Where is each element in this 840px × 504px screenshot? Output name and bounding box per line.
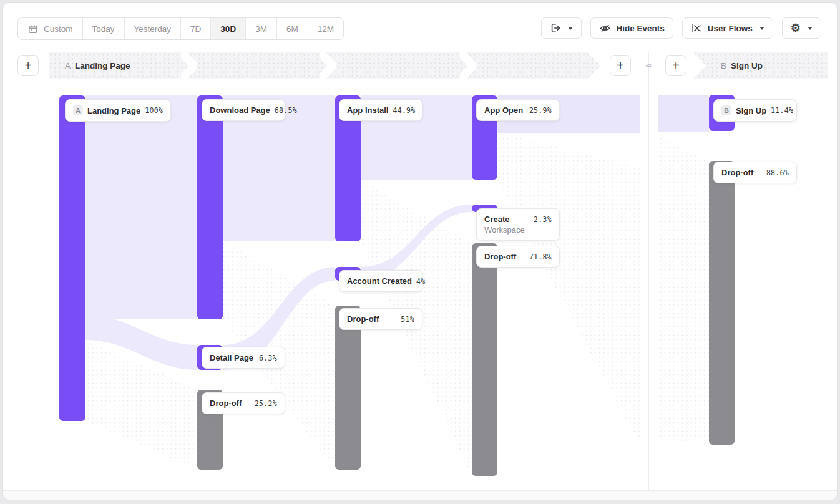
gear-icon: ⚙ — [791, 22, 801, 34]
flow-letter-a: A — [65, 61, 71, 70]
flow-letter-b: B — [721, 61, 726, 70]
add-step-button-a[interactable]: + — [17, 55, 39, 76]
chevron-down-icon — [808, 27, 813, 30]
range-3m[interactable]: 3M — [246, 18, 277, 39]
node-bar-dropoff-step4[interactable] — [472, 243, 497, 476]
node-label-app-open[interactable]: App Open 25.9% — [476, 99, 560, 121]
flow-connector-approx: ≈ — [640, 55, 657, 76]
node-label-detail-page[interactable]: Detail Page 6.3% — [202, 347, 285, 369]
calendar-icon — [27, 24, 38, 34]
range-today[interactable]: Today — [83, 18, 125, 39]
flow-a-step-band[interactable]: A Landing Page — [49, 52, 600, 79]
view-selector-label: User Flows — [708, 24, 753, 33]
range-12m[interactable]: 12M — [308, 18, 343, 39]
flow-sign-up-in[interactable] — [658, 95, 709, 132]
flow-a-start-label: A Landing Page — [65, 61, 130, 70]
range-30d[interactable]: 30D — [211, 18, 246, 39]
range-custom[interactable]: Custom — [18, 18, 83, 39]
node-bar-download-page[interactable] — [197, 95, 223, 319]
range-6m[interactable]: 6M — [277, 18, 308, 39]
export-icon — [550, 22, 561, 34]
dropoff-flow-app-open — [497, 133, 640, 445]
step-separator-chevron — [181, 52, 197, 79]
node-label-dropoff-step3[interactable]: Drop-off 51% — [339, 308, 422, 330]
settings-button[interactable]: ⚙ — [782, 17, 821, 39]
step-separator-chevron — [460, 52, 476, 79]
node-bar-landing-page[interactable] — [59, 95, 85, 421]
flows-chart-icon — [691, 22, 702, 34]
step-separator-chevron — [320, 52, 336, 79]
report-actions: Hide Events User Flows ⚙ — [541, 17, 821, 39]
node-label-landing-page[interactable]: A Landing Page 100% — [65, 99, 171, 122]
add-step-button-a-end[interactable]: + — [610, 55, 631, 76]
flow-badge-b: B — [721, 105, 731, 115]
range-label: Custom — [44, 24, 73, 34]
range-7d[interactable]: 7D — [181, 18, 211, 39]
node-bar-dropoff-sign-up[interactable] — [709, 161, 735, 445]
date-range-control: Custom Today Yesterday 7D 30D 3M 6M 12M — [17, 17, 344, 40]
range-yesterday[interactable]: Yesterday — [125, 18, 182, 39]
dropoff-flow-sign-up — [658, 137, 709, 445]
chevron-down-icon — [759, 27, 764, 30]
user-flows-page: Custom Today Yesterday 7D 30D 3M 6M 12M … — [0, 0, 840, 504]
hide-events-button[interactable]: Hide Events — [590, 17, 673, 39]
node-label-download-page[interactable]: Download Page 68.5% — [202, 99, 285, 121]
node-label-dropoff-sign-up[interactable]: Drop-off 88.6% — [713, 162, 797, 183]
view-selector-button[interactable]: User Flows — [682, 17, 773, 39]
chevron-down-icon — [568, 27, 573, 30]
node-label-dropoff-step4[interactable]: Drop-off 71.8% — [476, 246, 560, 268]
node-label-sign-up[interactable]: B Sign Up 11.4% — [713, 99, 797, 122]
flow-landing-download[interactable] — [85, 95, 197, 319]
flow-b-step-band[interactable]: B Sign Up — [693, 52, 828, 79]
node-label-app-install[interactable]: App Install 44.9% — [339, 99, 422, 121]
node-label-account-created[interactable]: Account Created 4% — [339, 270, 422, 292]
export-button[interactable] — [541, 17, 582, 39]
hide-events-label: Hide Events — [617, 24, 665, 33]
horizontal-scrollbar-track[interactable] — [3, 490, 837, 500]
eye-off-icon — [599, 22, 611, 34]
flow-b-start-label: B Sign Up — [721, 61, 763, 70]
add-step-button-b[interactable]: + — [665, 55, 686, 76]
node-bar-dropoff-step3[interactable] — [335, 306, 361, 470]
flow-badge-a: A — [73, 105, 83, 115]
node-label-dropoff-step2[interactable]: Drop-off 25.2% — [202, 392, 285, 414]
node-label-create-workspace[interactable]: Create 2.3% Workspace — [476, 208, 560, 241]
